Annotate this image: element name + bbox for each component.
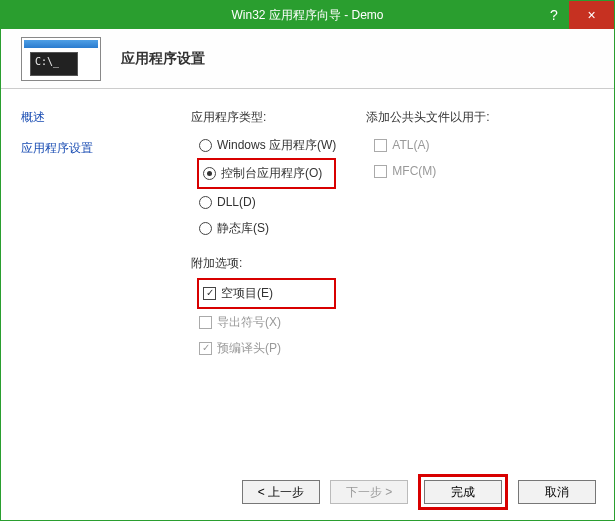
close-button[interactable]: × bbox=[569, 1, 614, 29]
body: 概述 应用程序设置 应用程序类型: Windows 应用程序(W) 控制台应用程… bbox=[1, 89, 614, 479]
checkbox-icon bbox=[374, 165, 387, 178]
checkbox-mfc: MFC(M) bbox=[374, 161, 489, 181]
radio-label: DLL(D) bbox=[217, 195, 256, 209]
titlebar-controls: ? × bbox=[539, 1, 614, 29]
highlight-console: 控制台应用程序(O) bbox=[197, 158, 336, 189]
highlight-finish: 完成 bbox=[418, 474, 508, 510]
col-left: 应用程序类型: Windows 应用程序(W) 控制台应用程序(O) DLL(D… bbox=[191, 109, 336, 479]
checkbox-atl: ATL(A) bbox=[374, 135, 489, 155]
main: 应用程序类型: Windows 应用程序(W) 控制台应用程序(O) DLL(D… bbox=[171, 89, 614, 479]
radio-icon bbox=[203, 167, 216, 180]
highlight-empty-project: 空项目(E) bbox=[197, 278, 336, 309]
radio-icon bbox=[199, 196, 212, 209]
sidebar-item-overview[interactable]: 概述 bbox=[21, 109, 171, 126]
checkbox-label: 导出符号(X) bbox=[217, 314, 281, 331]
prev-button[interactable]: < 上一步 bbox=[242, 480, 320, 504]
footer: < 上一步 下一步 > 完成 取消 bbox=[242, 474, 596, 510]
radio-static-lib[interactable]: 静态库(S) bbox=[199, 218, 336, 238]
checkbox-label: MFC(M) bbox=[392, 164, 436, 178]
radio-console-app[interactable]: 控制台应用程序(O) bbox=[203, 163, 328, 183]
sidebar: 概述 应用程序设置 bbox=[1, 89, 171, 479]
common-headers-label: 添加公共头文件以用于: bbox=[366, 109, 489, 126]
window-title: Win32 应用程序向导 - Demo bbox=[231, 7, 383, 24]
console-icon: C:\_ bbox=[30, 52, 78, 76]
app-type-label: 应用程序类型: bbox=[191, 109, 336, 126]
next-button: 下一步 > bbox=[330, 480, 408, 504]
checkbox-label: 预编译头(P) bbox=[217, 340, 281, 357]
checkbox-icon bbox=[199, 316, 212, 329]
radio-label: 控制台应用程序(O) bbox=[221, 165, 322, 182]
finish-button[interactable]: 完成 bbox=[424, 480, 502, 504]
titlebar: Win32 应用程序向导 - Demo ? × bbox=[1, 1, 614, 29]
header: C:\_ 应用程序设置 bbox=[1, 29, 614, 89]
radio-label: 静态库(S) bbox=[217, 220, 269, 237]
radio-label: Windows 应用程序(W) bbox=[217, 137, 336, 154]
checkbox-precompiled-header: 预编译头(P) bbox=[199, 338, 336, 358]
cancel-button[interactable]: 取消 bbox=[518, 480, 596, 504]
help-button[interactable]: ? bbox=[539, 1, 569, 29]
wizard-window: Win32 应用程序向导 - Demo ? × C:\_ 应用程序设置 概述 应… bbox=[0, 0, 615, 521]
radio-icon bbox=[199, 139, 212, 152]
checkbox-export-symbols: 导出符号(X) bbox=[199, 312, 336, 332]
checkbox-empty-project[interactable]: 空项目(E) bbox=[203, 283, 328, 303]
checkbox-label: ATL(A) bbox=[392, 138, 429, 152]
radio-icon bbox=[199, 222, 212, 235]
sidebar-item-settings[interactable]: 应用程序设置 bbox=[21, 140, 171, 157]
radio-windows-app[interactable]: Windows 应用程序(W) bbox=[199, 135, 336, 155]
addl-options-label: 附加选项: bbox=[191, 255, 336, 272]
checkbox-icon bbox=[203, 287, 216, 300]
radio-dll[interactable]: DLL(D) bbox=[199, 192, 336, 212]
checkbox-label: 空项目(E) bbox=[221, 285, 273, 302]
checkbox-icon bbox=[199, 342, 212, 355]
checkbox-icon bbox=[374, 139, 387, 152]
col-right: 添加公共头文件以用于: ATL(A) MFC(M) bbox=[366, 109, 489, 479]
header-icon: C:\_ bbox=[21, 37, 101, 81]
page-title: 应用程序设置 bbox=[121, 50, 205, 68]
